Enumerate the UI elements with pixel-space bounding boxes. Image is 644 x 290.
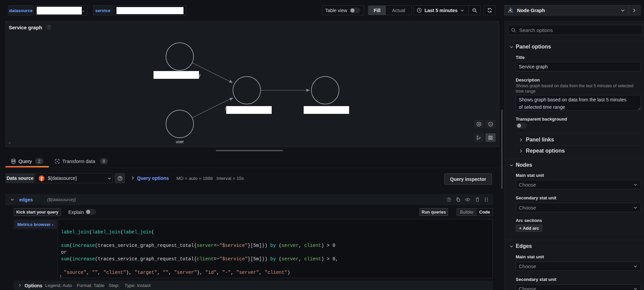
- svg-text:(: (: [225, 106, 226, 111]
- svg-text:user: user: [176, 139, 183, 144]
